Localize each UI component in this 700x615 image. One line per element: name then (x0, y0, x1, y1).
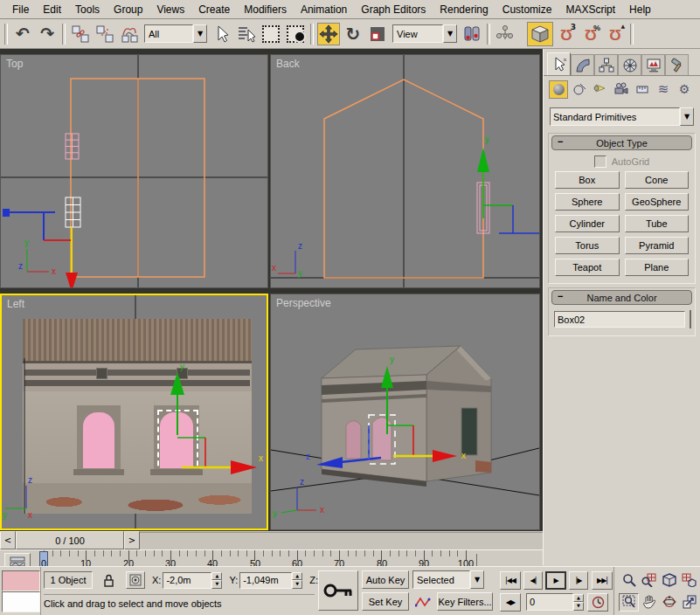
move-gizmo-top[interactable] (3, 209, 78, 287)
select-by-name-button[interactable] (235, 23, 258, 45)
select-and-rotate-button[interactable]: ↻ (342, 23, 364, 45)
x-coordinate-input[interactable] (163, 572, 211, 589)
absolute-offset-toggle[interactable] (126, 571, 145, 589)
persp-window-right-selected[interactable] (372, 418, 392, 461)
menu-file[interactable]: File (5, 1, 36, 18)
zoom-button[interactable] (619, 571, 639, 590)
play-button[interactable]: ▶ (545, 571, 566, 590)
primitive-category-dropdown[interactable]: Standard Primitives ▼ (550, 107, 694, 126)
move-gizmo-left[interactable] (170, 372, 257, 474)
tab-create[interactable] (547, 52, 571, 75)
viewport-left-label[interactable]: Left (7, 298, 24, 310)
category-spacewarps-button[interactable]: ≋ (654, 80, 673, 99)
name-color-rollout-header[interactable]: − Name and Color (551, 290, 692, 305)
current-frame-input[interactable] (526, 593, 573, 611)
cylinder-button[interactable]: Cylinder (555, 215, 620, 232)
go-to-end-button[interactable]: ▶▶| (592, 571, 613, 590)
default-in-out-tangent-button[interactable] (412, 592, 433, 611)
category-cameras-button[interactable] (612, 80, 631, 99)
menu-graph-editors[interactable]: Graph Editors (354, 1, 433, 18)
sphere-button[interactable]: Sphere (555, 193, 620, 211)
pan-button[interactable] (639, 593, 659, 612)
window-crossing-button[interactable] (284, 23, 307, 45)
selection-filter-dropdown[interactable]: All ▼ (144, 24, 207, 43)
tab-motion[interactable] (618, 54, 641, 75)
viewport-perspective-label[interactable]: Perspective (276, 297, 331, 309)
redo-button[interactable]: ↷ (36, 23, 59, 45)
select-and-link-button[interactable] (69, 23, 92, 45)
time-slider-track[interactable] (140, 532, 543, 549)
time-configuration-button[interactable] (587, 593, 608, 612)
primitive-category-arrow-icon[interactable]: ▼ (680, 107, 694, 126)
set-key-button[interactable]: Set Key (362, 592, 409, 611)
selection-lock-toggle[interactable] (98, 571, 119, 589)
go-to-start-button[interactable]: |◀◀ (500, 571, 521, 590)
viewport-top-canvas[interactable]: y x z (1, 55, 267, 287)
time-slider-prev-button[interactable]: < (0, 531, 16, 549)
object-name-input[interactable] (554, 311, 685, 328)
house-3d-model[interactable] (322, 346, 491, 487)
viewport-left-active[interactable]: Left (0, 294, 268, 530)
menu-edit[interactable]: Edit (36, 1, 68, 18)
viewport-top-label[interactable]: Top (6, 58, 23, 70)
category-lights-button[interactable] (591, 80, 610, 99)
select-and-move-button[interactable] (317, 23, 340, 45)
viewport-top[interactable]: Top (0, 54, 268, 288)
viewport-back[interactable]: Back y z x y (270, 54, 540, 288)
viewport-back-label[interactable]: Back (276, 58, 300, 70)
object-color-swatch[interactable] (690, 310, 691, 328)
maxscript-listener-white[interactable] (2, 591, 40, 612)
viewport-perspective[interactable]: Perspective (270, 294, 540, 530)
zoom-region-button[interactable] (619, 593, 639, 612)
box-button[interactable]: Box (555, 171, 620, 189)
autogrid-checkbox[interactable] (594, 155, 606, 168)
maxscript-listener-pink[interactable] (2, 570, 40, 591)
menu-maxscript[interactable]: MAXScript (558, 1, 622, 18)
menu-group[interactable]: Group (107, 1, 149, 18)
frame-spinner[interactable]: ▲▼ (573, 594, 584, 611)
keyable-dropdown[interactable]: Selected ▼ (412, 570, 484, 589)
persp-door[interactable] (461, 408, 477, 455)
tab-display[interactable] (641, 54, 665, 75)
geosphere-button[interactable]: GeoSphere (625, 193, 690, 211)
reference-coordinate-dropdown[interactable]: View ▼ (392, 24, 457, 43)
selected-box-wireframe[interactable] (66, 197, 80, 227)
percent-snap-button[interactable]: Ω% (579, 23, 602, 45)
zoom-extents-button[interactable] (659, 571, 679, 590)
menu-customize[interactable]: Customize (496, 1, 559, 18)
keyable-dropdown-arrow-icon[interactable]: ▼ (470, 570, 484, 589)
teapot-button[interactable]: Teapot (555, 259, 620, 276)
cone-button[interactable]: Cone (625, 171, 690, 189)
time-slider-handle[interactable]: 0 / 100 (16, 531, 124, 549)
select-and-scale-button[interactable] (366, 23, 389, 45)
menu-views[interactable]: Views (149, 1, 191, 18)
menu-help[interactable]: Help (622, 1, 658, 18)
menu-animation[interactable]: Animation (294, 1, 354, 18)
unlink-selection-button[interactable] (94, 23, 116, 45)
use-pivot-point-center-button[interactable] (461, 23, 483, 45)
category-geometry-button[interactable] (549, 80, 568, 99)
set-keys-button[interactable] (318, 570, 358, 611)
toolbar-grip[interactable] (4, 24, 8, 45)
window-box-wireframe[interactable] (66, 134, 79, 159)
time-slider-next-button[interactable]: > (124, 531, 140, 549)
next-frame-button[interactable]: |▶ (569, 571, 588, 590)
viewport-left-canvas[interactable]: y x z y x (2, 295, 267, 529)
tab-hierarchy[interactable] (594, 54, 618, 75)
auto-key-button[interactable]: Auto Key (362, 570, 409, 589)
reference-coordinate-arrow-icon[interactable]: ▼ (443, 24, 457, 43)
category-systems-button[interactable]: ⚙ (675, 80, 694, 99)
rectangular-selection-region-button[interactable] (260, 23, 282, 45)
viewport-back-canvas[interactable]: y z x y (271, 55, 539, 287)
key-mode-toggle-button[interactable]: ◀▶ (500, 593, 521, 612)
bind-to-spacewarp-button[interactable] (118, 23, 141, 45)
torus-button[interactable]: Torus (555, 237, 620, 254)
category-shapes-button[interactable] (570, 80, 589, 99)
undo-button[interactable]: ↶ (11, 23, 34, 45)
menu-create[interactable]: Create (191, 1, 237, 18)
snaps-toggle-button[interactable] (527, 22, 553, 46)
x-spinner[interactable]: ▲▼ (211, 572, 222, 589)
selection-filter-arrow-icon[interactable]: ▼ (193, 24, 207, 43)
select-object-button[interactable] (211, 23, 233, 45)
key-filters-button[interactable]: Key Filters... (437, 592, 493, 611)
